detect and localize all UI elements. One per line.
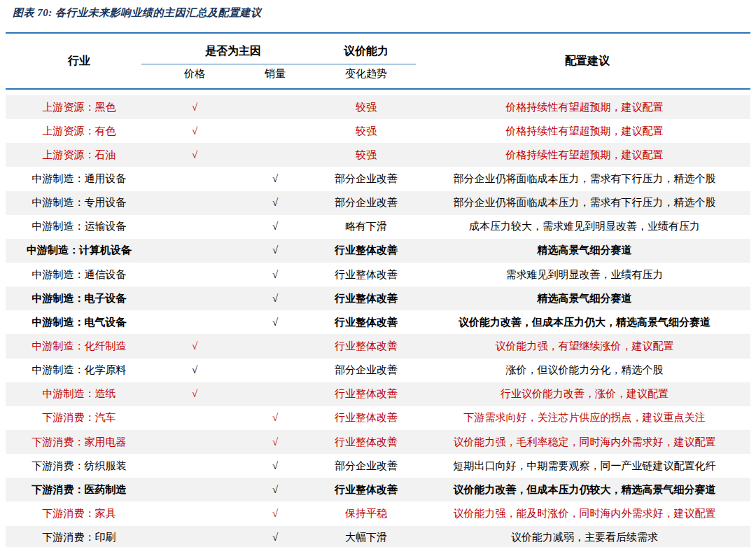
- table-row: 下游消费：家用电器 √ 行业整体改善 议价能力强，毛利率稳定，同时海内外需求好，…: [6, 430, 750, 454]
- cell-volume-check: √: [237, 478, 314, 501]
- cell-trend: 部分企业改善: [314, 454, 419, 478]
- table-row: 中游制造：电子设备 √ 行业整体改善 精选高景气细分赛道: [6, 286, 750, 310]
- cell-volume-check: √: [237, 454, 314, 478]
- table-row: 中游制造：计算机设备 √ 行业整体改善 精选高景气细分赛道: [6, 239, 750, 263]
- cell-price-check: [153, 526, 237, 547]
- column-group-main-factor: 是否为主因: [153, 40, 314, 62]
- cell-volume-check: √: [237, 406, 314, 430]
- cell-trend: 大幅下滑: [314, 526, 419, 547]
- cell-industry: 下游消费：纺织服装: [6, 454, 153, 478]
- cell-trend: 保持平稳: [314, 501, 419, 525]
- cell-volume-check: √: [237, 191, 314, 215]
- cell-price-check: √: [153, 359, 237, 382]
- cell-trend: 行业整体改善: [314, 382, 419, 406]
- figure-title: 图表 70: 各行业未来影响业绩的主因汇总及配置建议: [13, 7, 262, 18]
- cell-trend: 略有下滑: [314, 215, 419, 239]
- cell-volume-check: [237, 143, 314, 167]
- table-row: 下游消费：家具 √ 保持平稳 议价能力强，能及时涨价，同时海内外需求好，建议配置: [6, 501, 750, 525]
- table-row: 下游消费：汽车 √ 行业整体改善 下游需求向好，关注芯片供应的拐点，建议重点关注: [6, 406, 750, 430]
- cell-advice: 价格持续性有望超预期，建议配置: [419, 119, 750, 143]
- cell-trend: 行业整体改善: [314, 239, 419, 263]
- table-row: 中游制造：专用设备 √ 部分企业改善 部分企业仍将面临成本压力，需求有下行压力，…: [6, 191, 750, 215]
- group-header-underline: [141, 64, 416, 64]
- title-divider: [6, 32, 750, 34]
- cell-advice: 短期出口向好，中期需要观察，同一产业链建议配置化纤: [419, 454, 750, 478]
- cell-industry: 中游制造：专用设备: [6, 191, 153, 215]
- cell-volume-check: [237, 382, 314, 406]
- cell-industry: 下游消费：家具: [6, 501, 153, 525]
- cell-advice: 行业议价能力改善，涨价，建议配置: [419, 382, 750, 406]
- cell-price-check: [153, 239, 237, 263]
- cell-volume-check: √: [237, 286, 314, 310]
- column-header-price: 价格: [153, 65, 237, 83]
- cell-industry: 中游制造：化学原料: [6, 359, 153, 382]
- cell-industry: 下游消费：汽车: [6, 406, 153, 430]
- table-row: 上游资源：石油 √ 较强 价格持续性有望超预期，建议配置: [6, 143, 750, 167]
- cell-industry: 下游消费：家用电器: [6, 430, 153, 454]
- cell-industry: 中游制造：造纸: [6, 382, 153, 406]
- cell-industry: 中游制造：计算机设备: [6, 239, 153, 263]
- cell-industry: 上游资源：黑色: [6, 95, 153, 119]
- column-header-advice: 配置建议: [424, 39, 750, 83]
- cell-price-check: [153, 430, 237, 454]
- cell-volume-check: √: [237, 310, 314, 334]
- table-row: 下游消费：印刷 √ 大幅下滑 议价能力减弱，主要看后续需求: [6, 526, 750, 547]
- cell-price-check: [153, 454, 237, 478]
- cell-trend: 行业整体改善: [314, 430, 419, 454]
- figure-title-row: 图表 70: 各行业未来影响业绩的主因汇总及配置建议: [6, 0, 750, 27]
- cell-industry: 中游制造：运输设备: [6, 215, 153, 239]
- cell-trend: 较强: [314, 143, 419, 167]
- cell-industry: 下游消费：医药制造: [6, 478, 153, 501]
- cell-advice: 需求难见到明显改善，业绩有压力: [419, 263, 750, 286]
- cell-advice: 议价能力改善，但成本压力仍大，精选高景气细分赛道: [419, 310, 750, 334]
- cell-price-check: √: [153, 119, 237, 143]
- table-row: 上游资源：黑色 √ 较强 价格持续性有望超预期，建议配置: [6, 95, 750, 119]
- cell-trend: 部分企业改善: [314, 167, 419, 191]
- column-header-trend: 变化趋势: [314, 65, 419, 83]
- cell-volume-check: √: [237, 239, 314, 263]
- cell-industry: 中游制造：通用设备: [6, 167, 153, 191]
- cell-volume-check: √: [237, 430, 314, 454]
- cell-advice: 部分企业仍将面临成本压力，需求有下行压力，精选个股: [419, 167, 750, 191]
- table-row: 上游资源：有色 √ 较强 价格持续性有望超预期，建议配置: [6, 119, 750, 143]
- cell-volume-check: √: [237, 501, 314, 525]
- cell-advice: 部分企业仍将面临成本压力，需求有下行压力，精选个股: [419, 191, 750, 215]
- cell-volume-check: [237, 95, 314, 119]
- table-row: 中游制造：电气设备 √ 行业整体改善 议价能力改善，但成本压力仍大，精选高景气细…: [6, 310, 750, 334]
- cell-volume-check: √: [237, 526, 314, 547]
- cell-trend: 较强: [314, 119, 419, 143]
- cell-price-check: √: [153, 95, 237, 119]
- cell-price-check: [153, 501, 237, 525]
- cell-industry: 中游制造：通信设备: [6, 263, 153, 286]
- cell-price-check: √: [153, 334, 237, 358]
- cell-industry: 下游消费：印刷: [6, 526, 153, 547]
- cell-trend: 较强: [314, 95, 419, 119]
- cell-advice: 议价能力强，毛利率稳定，同时海内外需求好，建议配置: [419, 430, 750, 454]
- cell-advice: 下游需求向好，关注芯片供应的拐点，建议重点关注: [419, 406, 750, 430]
- cell-volume-check: [237, 359, 314, 382]
- cell-volume-check: √: [237, 263, 314, 286]
- header-divider: [6, 88, 750, 90]
- cell-price-check: [153, 310, 237, 334]
- cell-industry: 中游制造：电气设备: [6, 310, 153, 334]
- cell-price-check: [153, 263, 237, 286]
- cell-volume-check: [237, 119, 314, 143]
- table-row: 中游制造：造纸 √ 行业整体改善 行业议价能力改善，涨价，建议配置: [6, 382, 750, 406]
- table-body: 上游资源：黑色 √ 较强 价格持续性有望超预期，建议配置 上游资源：有色 √ 较…: [6, 95, 750, 547]
- cell-volume-check: √: [237, 215, 314, 239]
- cell-advice: 价格持续性有望超预期，建议配置: [419, 95, 750, 119]
- cell-price-check: [153, 215, 237, 239]
- cell-trend: 行业整体改善: [314, 263, 419, 286]
- table-header: 行业 是否为主因 议价能力 价格 销量 变化趋势 配置建议: [6, 39, 750, 83]
- cell-volume-check: √: [237, 167, 314, 191]
- cell-trend: 行业整体改善: [314, 334, 419, 358]
- table-row: 中游制造：化学原料 √ 部分企业改善 涨价，但议价能力分化，精选个股: [6, 359, 750, 382]
- cell-price-check: [153, 406, 237, 430]
- cell-advice: 涨价，但议价能力分化，精选个股: [419, 359, 750, 382]
- cell-volume-check: [237, 334, 314, 358]
- column-header-volume: 销量: [237, 65, 314, 83]
- column-header-industry: 行业: [6, 39, 153, 83]
- cell-price-check: [153, 167, 237, 191]
- column-group-bargaining-power: 议价能力: [314, 40, 419, 62]
- table-row: 中游制造：通信设备 √ 行业整体改善 需求难见到明显改善，业绩有压力: [6, 263, 750, 286]
